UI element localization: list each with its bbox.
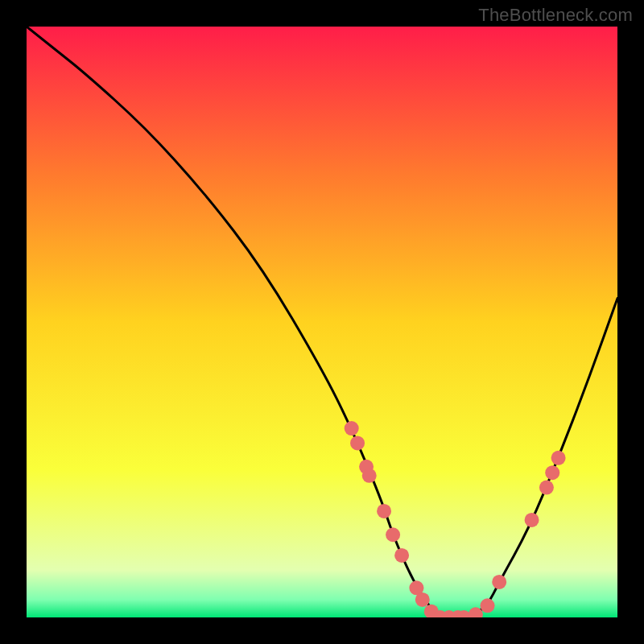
- chart-svg: [27, 27, 617, 617]
- data-marker: [481, 598, 495, 613]
- data-marker: [386, 527, 400, 542]
- data-marker: [539, 481, 554, 495]
- data-marker: [362, 469, 377, 483]
- plot-area: [27, 27, 617, 617]
- data-marker: [492, 575, 506, 589]
- data-marker: [415, 592, 430, 607]
- watermark-text: TheBottleneck.com: [478, 5, 633, 26]
- data-marker: [551, 451, 566, 465]
- data-marker: [345, 421, 359, 436]
- chart-container: TheBottleneck.com: [0, 0, 644, 644]
- data-marker: [377, 504, 391, 518]
- data-marker: [525, 513, 539, 527]
- data-marker: [394, 548, 409, 563]
- data-marker: [545, 465, 559, 480]
- data-marker: [350, 436, 365, 450]
